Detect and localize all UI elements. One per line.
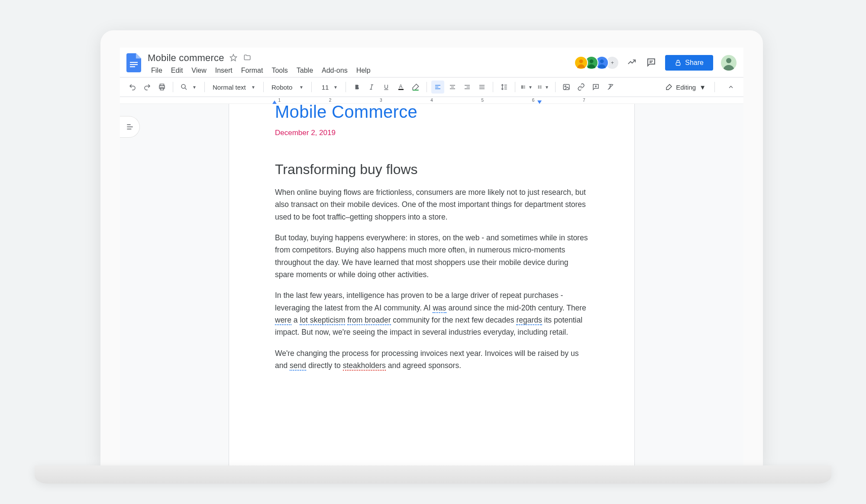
move-folder-icon[interactable] — [243, 54, 252, 62]
collaborator-avatars[interactable]: + — [578, 56, 619, 70]
ruler[interactable]: 1 2 3 4 5 6 7 — [120, 97, 743, 104]
svg-rect-51 — [563, 84, 569, 90]
font-size-input[interactable]: ▼ — [316, 81, 341, 94]
text-color-icon[interactable]: A — [394, 81, 407, 94]
zoom-dropdown-icon[interactable]: ▼ — [192, 81, 200, 94]
menu-insert[interactable]: Insert — [212, 65, 236, 76]
editing-mode-dropdown[interactable]: Editing ▼ — [662, 84, 709, 91]
bulleted-list-icon[interactable]: ▼ — [536, 81, 551, 94]
ruler-tick: 7 — [583, 98, 585, 103]
app-header: Mobile commerce File Edit — [120, 48, 743, 77]
redo-icon[interactable] — [141, 81, 154, 94]
svg-rect-1 — [130, 64, 138, 65]
doc-date[interactable]: December 2, 2019 — [275, 129, 588, 137]
spelling-error[interactable]: steakholders — [343, 361, 386, 371]
svg-point-47 — [538, 88, 539, 88]
font-size-field[interactable] — [320, 84, 331, 91]
menu-edit[interactable]: Edit — [168, 65, 187, 76]
insert-image-icon[interactable] — [560, 81, 573, 94]
line-spacing-icon[interactable] — [498, 81, 511, 94]
paragraph-style-dropdown[interactable]: Normal text▼ — [209, 81, 259, 94]
svg-point-5 — [590, 59, 594, 63]
undo-icon[interactable] — [126, 81, 139, 94]
svg-rect-42 — [522, 86, 523, 87]
svg-rect-22 — [413, 90, 419, 90]
svg-point-6 — [600, 59, 604, 63]
star-icon[interactable] — [229, 54, 238, 62]
insert-comment-icon[interactable] — [589, 81, 602, 94]
ruler-tick: 6 — [532, 98, 535, 103]
svg-point-45 — [538, 86, 539, 86]
menu-tools[interactable]: Tools — [268, 65, 291, 76]
toolbar: ▼ Normal text▼ Roboto▼ ▼ A — [120, 77, 743, 97]
doc-heading[interactable]: Mobile Commerce — [275, 104, 588, 122]
menu-help[interactable]: Help — [353, 65, 374, 76]
underline-icon[interactable] — [380, 81, 393, 94]
app-window: Mobile commerce File Edit — [120, 48, 743, 465]
grammar-suggestion[interactable]: was — [433, 304, 446, 313]
grammar-suggestion[interactable]: from broader — [347, 316, 391, 325]
ruler-tick: 3 — [380, 98, 382, 103]
align-center-icon[interactable] — [446, 81, 459, 94]
svg-point-10 — [726, 58, 731, 63]
collapse-toolbar-icon[interactable] — [724, 81, 737, 94]
svg-point-14 — [181, 84, 185, 88]
menu-bar: File Edit View Insert Format Tools Table… — [148, 65, 374, 76]
editing-mode-label: Editing — [676, 84, 696, 91]
menu-format[interactable]: Format — [238, 65, 267, 76]
menu-file[interactable]: File — [148, 65, 166, 76]
print-icon[interactable] — [155, 81, 168, 94]
menu-view[interactable]: View — [188, 65, 210, 76]
doc-paragraph[interactable]: When online buying flows are frictionles… — [275, 186, 588, 223]
align-right-icon[interactable] — [461, 81, 474, 94]
avatar[interactable] — [574, 56, 588, 70]
bold-icon[interactable] — [350, 81, 363, 94]
doc-paragraph[interactable]: In the last few years, intelligence has … — [275, 289, 588, 338]
grammar-suggestion[interactable]: lot skepticism — [300, 316, 345, 325]
zoom-icon[interactable] — [178, 81, 191, 94]
svg-rect-44 — [522, 88, 523, 89]
document-title[interactable]: Mobile commerce — [148, 52, 224, 64]
paragraph-style-value: Normal text — [213, 84, 246, 91]
share-label: Share — [685, 59, 704, 67]
docs-logo-icon[interactable] — [125, 52, 142, 74]
account-avatar[interactable] — [721, 55, 737, 71]
svg-line-15 — [185, 88, 187, 90]
clear-formatting-icon[interactable] — [604, 81, 617, 94]
italic-icon[interactable] — [365, 81, 378, 94]
document-page[interactable]: Mobile Commerce December 2, 2019 Transfo… — [229, 104, 635, 465]
svg-line-18 — [371, 85, 372, 90]
svg-rect-43 — [522, 87, 523, 87]
share-button[interactable]: Share — [665, 55, 713, 71]
grammar-suggestion[interactable]: were — [275, 316, 291, 325]
menu-addons[interactable]: Add-ons — [318, 65, 351, 76]
right-indent-marker[interactable] — [537, 100, 542, 104]
checklist-icon[interactable]: ▼ — [520, 81, 534, 94]
left-indent-marker[interactable] — [272, 100, 277, 104]
svg-point-52 — [565, 86, 566, 87]
grammar-suggestion[interactable]: regards — [516, 316, 542, 325]
svg-rect-2 — [130, 66, 135, 67]
menu-table[interactable]: Table — [293, 65, 317, 76]
align-left-icon[interactable] — [431, 81, 444, 94]
activity-icon[interactable] — [627, 57, 638, 68]
laptop-frame: Mobile commerce File Edit — [100, 30, 763, 465]
insert-link-icon[interactable] — [575, 81, 588, 94]
comments-icon[interactable] — [646, 57, 657, 68]
svg-rect-21 — [398, 89, 404, 90]
svg-point-4 — [579, 59, 583, 63]
title-area: Mobile commerce File Edit — [148, 52, 374, 76]
grammar-suggestion[interactable]: send — [290, 361, 306, 371]
svg-point-46 — [538, 87, 539, 87]
doc-paragraph[interactable]: But today, buying happens everywhere: in… — [275, 232, 588, 281]
font-family-value: Roboto — [271, 84, 292, 91]
ruler-tick: 5 — [481, 98, 484, 103]
font-family-dropdown[interactable]: Roboto▼ — [268, 81, 307, 94]
ruler-tick: 4 — [430, 98, 433, 103]
doc-paragraph[interactable]: We're changing the process for processin… — [275, 347, 588, 372]
outline-toggle-icon[interactable] — [120, 116, 140, 138]
doc-subheading[interactable]: Transforming buy flows — [275, 162, 588, 178]
align-justify-icon[interactable] — [475, 81, 488, 94]
highlight-color-icon[interactable] — [409, 81, 422, 94]
header-right: + Share — [578, 52, 737, 74]
